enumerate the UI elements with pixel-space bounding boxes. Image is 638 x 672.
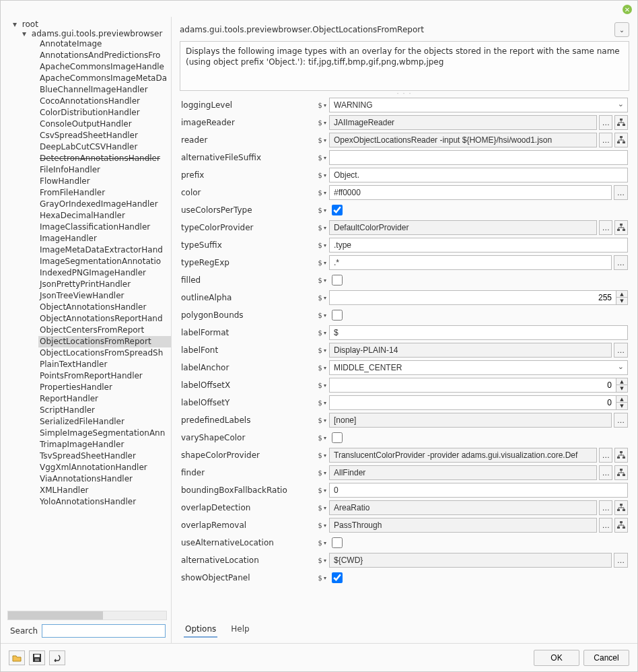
tree-item[interactable]: ConsoleOutputHandler bbox=[38, 119, 171, 130]
tree-item[interactable]: ImageClassificationHandler bbox=[38, 222, 171, 233]
prop-var-icons[interactable]: $▾ bbox=[310, 452, 326, 459]
labelOffsetX-spin-up[interactable]: ▲ bbox=[616, 378, 627, 385]
tree-item[interactable]: ViaAnnotationsHandler bbox=[38, 473, 171, 485]
typeColorProvider-field[interactable] bbox=[329, 220, 597, 235]
split-grip[interactable]: · · · bbox=[180, 91, 629, 96]
loggingLevel-select[interactable] bbox=[329, 98, 628, 112]
prop-var-icons[interactable]: $▾ bbox=[310, 189, 326, 197]
labelOffsetY-spinner[interactable] bbox=[329, 395, 616, 410]
labelFont-ellipsis-button[interactable]: … bbox=[614, 343, 628, 358]
tree-item[interactable]: ObjectLocationsFromSpreadSh bbox=[38, 347, 171, 359]
tree-item[interactable]: CocoAnnotationsHandler bbox=[38, 96, 171, 107]
finder-field[interactable] bbox=[329, 465, 597, 480]
tree-item[interactable]: ObjectLocationsFromReport bbox=[38, 336, 171, 347]
tree-item[interactable]: ImageSegmentationAnnotatio bbox=[38, 256, 171, 267]
tree-item[interactable]: FlowHandler bbox=[38, 176, 171, 187]
useAlternativeLocation-checkbox[interactable] bbox=[332, 537, 343, 548]
outlineAlpha-spin-up[interactable]: ▲ bbox=[616, 291, 627, 298]
class-dropdown-button[interactable]: ⌄ bbox=[614, 22, 629, 37]
tree-item[interactable]: ScriptHandler bbox=[38, 405, 171, 416]
reader-tree-button[interactable] bbox=[614, 133, 628, 147]
tree-item[interactable]: PlainTextHandler bbox=[38, 359, 171, 370]
labelOffsetY-spin-down[interactable]: ▼ bbox=[616, 403, 627, 409]
tree-toggle-package[interactable]: ▾ bbox=[21, 29, 28, 38]
tree-package-label[interactable]: adams.gui.tools.previewbrowser bbox=[32, 29, 163, 38]
reader-field[interactable] bbox=[329, 133, 597, 147]
color-ellipsis-button[interactable]: … bbox=[614, 185, 628, 200]
tree-item[interactable]: YoloAnnotationsHandler bbox=[38, 496, 171, 508]
tree-horizontal-scrollbar[interactable] bbox=[7, 611, 167, 620]
tree-item[interactable]: DeepLabCutCSVHandler bbox=[38, 141, 171, 153]
imageReader-field[interactable] bbox=[329, 115, 597, 130]
prop-var-icons[interactable]: $▾ bbox=[310, 294, 326, 302]
tree-item[interactable]: ObjectAnnotationsReportHand bbox=[38, 313, 171, 325]
labelOffsetX-spinner[interactable] bbox=[329, 378, 616, 393]
tree-item[interactable]: AnnotationsAndPredictionsFro bbox=[38, 50, 171, 61]
tree-item[interactable]: FileInfoHandler bbox=[38, 164, 171, 176]
tree-toggle-root[interactable]: ▾ bbox=[11, 20, 18, 29]
tree-item[interactable]: PropertiesHandler bbox=[38, 382, 171, 393]
overlapDetection-field[interactable] bbox=[329, 500, 597, 515]
tab-help[interactable]: Help bbox=[229, 621, 250, 638]
tree-item[interactable]: DetectronAnnotationsHandler bbox=[38, 153, 171, 164]
tree-item[interactable]: ReportHandler bbox=[38, 393, 171, 405]
prop-var-icons[interactable]: $▾ bbox=[310, 119, 326, 127]
finder-tree-button[interactable] bbox=[614, 465, 628, 480]
typeSuffix-field[interactable] bbox=[329, 238, 628, 253]
tree-item[interactable]: TrimapImageHandler bbox=[38, 439, 171, 450]
tree-item[interactable]: JsonTreeViewHandler bbox=[38, 290, 171, 302]
labelAnchor-select[interactable] bbox=[329, 360, 628, 375]
tree-item[interactable]: JsonPrettyPrintHandler bbox=[38, 279, 171, 290]
polygonBounds-checkbox[interactable] bbox=[332, 310, 343, 321]
filled-checkbox[interactable] bbox=[332, 275, 343, 285]
prefix-field[interactable] bbox=[329, 168, 628, 182]
tree-item[interactable]: ObjectCentersFromReport bbox=[38, 325, 171, 336]
imageReader-ellipsis-button[interactable]: … bbox=[599, 115, 612, 130]
prop-var-icons[interactable]: $▾ bbox=[310, 399, 326, 407]
prop-var-icons[interactable]: $▾ bbox=[310, 364, 326, 372]
tree-item[interactable]: ColorDistributionHandler bbox=[38, 107, 171, 119]
typeRegExp-field[interactable] bbox=[329, 255, 612, 270]
prop-var-icons[interactable]: $▾ bbox=[310, 154, 326, 162]
tree-item[interactable]: GrayOrIndexedImageHandler bbox=[38, 199, 171, 210]
prop-var-icons[interactable]: $▾ bbox=[310, 207, 326, 214]
labelFont-field[interactable] bbox=[329, 343, 612, 358]
shapeColorProvider-tree-button[interactable] bbox=[614, 448, 628, 463]
finder-ellipsis-button[interactable]: … bbox=[599, 465, 612, 480]
predefinedLabels-field[interactable] bbox=[329, 413, 612, 428]
imageReader-tree-button[interactable] bbox=[614, 115, 628, 130]
labelOffsetY-spin-up[interactable]: ▲ bbox=[616, 396, 627, 403]
predefinedLabels-ellipsis-button[interactable]: … bbox=[614, 413, 628, 428]
useColorsPerType-checkbox[interactable] bbox=[332, 205, 343, 215]
prop-var-icons[interactable]: $▾ bbox=[310, 259, 326, 267]
prop-var-icons[interactable]: $▾ bbox=[310, 347, 326, 354]
cancel-button[interactable]: Cancel bbox=[583, 650, 629, 666]
shapeColorProvider-ellipsis-button[interactable]: … bbox=[599, 448, 612, 463]
tree-item[interactable]: SimpleImageSegmentationAnn bbox=[38, 428, 171, 439]
prop-var-icons[interactable]: $▾ bbox=[310, 382, 326, 389]
labelOffsetX-spin-down[interactable]: ▼ bbox=[616, 385, 627, 392]
varyShapeColor-checkbox[interactable] bbox=[332, 432, 343, 443]
overlapRemoval-tree-button[interactable] bbox=[614, 518, 628, 533]
tab-options[interactable]: Options bbox=[184, 621, 217, 638]
outlineAlpha-spin-down[interactable]: ▼ bbox=[616, 298, 627, 304]
tree-item[interactable]: PointsFromReportHandler bbox=[38, 370, 171, 382]
prop-var-icons[interactable]: $▾ bbox=[310, 574, 326, 582]
tree-item[interactable]: SerializedFileHandler bbox=[38, 416, 171, 428]
tree-item[interactable]: AnnotateImage bbox=[38, 38, 171, 50]
tree-root-label[interactable]: root bbox=[22, 20, 38, 29]
alternativeFileSuffix-field[interactable] bbox=[329, 150, 628, 165]
prop-var-icons[interactable]: $▾ bbox=[310, 172, 326, 179]
typeColorProvider-ellipsis-button[interactable]: … bbox=[599, 220, 612, 235]
reader-ellipsis-button[interactable]: … bbox=[599, 133, 612, 147]
overlapRemoval-ellipsis-button[interactable]: … bbox=[599, 518, 612, 533]
color-field[interactable] bbox=[329, 185, 612, 200]
tree-item[interactable]: XMLHandler bbox=[38, 485, 171, 496]
alternativeLocation-field[interactable] bbox=[329, 553, 612, 568]
tree-item[interactable]: ApacheCommonsImageHandle bbox=[38, 61, 171, 73]
boundingBoxFallbackRatio-field[interactable] bbox=[329, 483, 628, 498]
tree-item[interactable]: HexaDecimalHandler bbox=[38, 210, 171, 222]
search-input[interactable] bbox=[42, 624, 166, 638]
prop-var-icons[interactable]: $▾ bbox=[310, 487, 326, 494]
tree-item[interactable]: ApacheCommonsImageMetaDa bbox=[38, 73, 171, 84]
